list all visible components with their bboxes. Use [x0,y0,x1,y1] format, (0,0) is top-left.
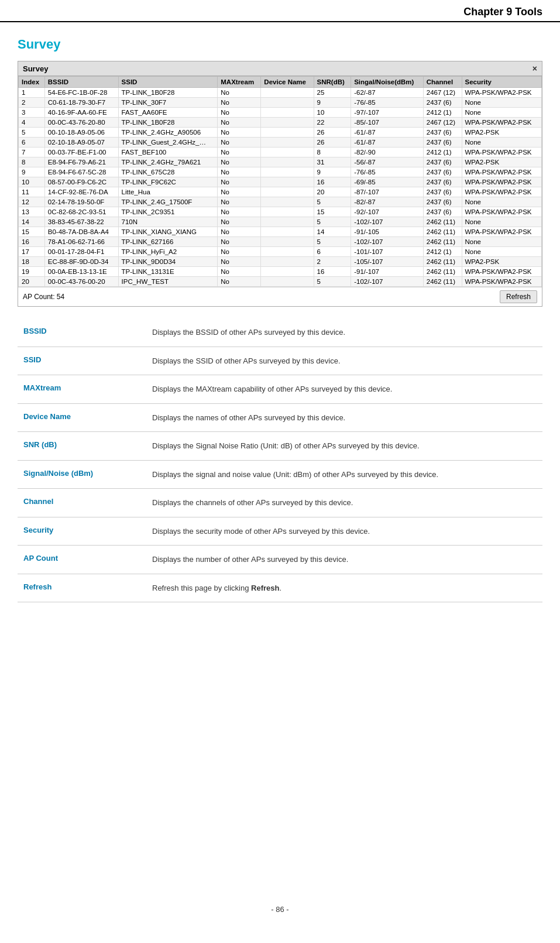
table-cell: No [218,177,261,187]
survey-box-label: Survey [23,64,48,73]
description-table: BSSIDDisplays the BSSID of other APs sur… [18,318,542,602]
table-cell: TP-LINK_XIANG_XIANG [118,227,218,237]
table-cell: 2437 (6) [423,157,462,167]
table-cell: TP-LINK_2.4GHz_79A621 [118,157,218,167]
table-row[interactable]: 15B0-48-7A-DB-8A-A4TP-LINK_XIANG_XIANGNo… [19,227,542,237]
table-cell: E8-94-F6-67-5C-28 [44,167,118,177]
table-cell: 16 [19,237,45,247]
table-row[interactable]: 1202-14-78-19-50-0FTP-LINK_2.4G_17500FNo… [19,197,542,207]
table-cell: WPA-PSK/WPA2-PSK [462,88,541,98]
table-row[interactable]: 700-03-7F-BE-F1-00FAST_BEF100No8-82/-902… [19,148,542,157]
table-cell: 78-A1-06-62-71-66 [44,237,118,247]
table-row[interactable]: 8E8-94-F6-79-A6-21TP-LINK_2.4GHz_79A621N… [19,157,542,167]
table-row[interactable]: 1678-A1-06-62-71-66TP-LINK_627166No5-102… [19,237,542,247]
table-cell: 16 [314,177,351,187]
close-icon[interactable]: × [532,64,537,73]
table-cell: 00-01-17-28-04-F1 [44,247,118,257]
table-cell: 2412 (1) [423,108,462,118]
table-cell: 10 [314,108,351,118]
description-row: AP CountDisplays the number of other APs… [18,546,542,574]
description-definition: Displays the BSSID of other APs surveyed… [146,318,542,347]
table-cell: WPA-PSK/WPA2-PSK [462,118,541,128]
table-row[interactable]: 130C-82-68-2C-93-51TP-LINK_2C9351No15-92… [19,207,542,217]
table-row[interactable]: 1438-83-45-67-38-22710NNo5-102/-1072462 … [19,217,542,227]
table-cell: -69/-85 [351,177,424,187]
table-column-header: Device Name [261,77,314,88]
table-row[interactable]: 340-16-9F-AA-60-FEFAST_AA60FENo10-97/-10… [19,108,542,118]
table-column-header: BSSID [44,77,118,88]
table-cell: FAST_AA60FE [118,108,218,118]
table-cell: WPA-PSK/WPA2-PSK [462,177,541,187]
description-term: Signal/Noise (dBm) [18,460,146,489]
table-cell: 10 [19,177,45,187]
table-row[interactable]: 400-0C-43-76-20-80TP-LINK_1B0F28No22-85/… [19,118,542,128]
ap-count-value: 54 [57,293,64,301]
table-cell: 5 [314,237,351,247]
table-cell: 00-03-7F-BE-F1-00 [44,148,118,157]
table-cell: TP-LINK_2.4GHz_A90506 [118,128,218,138]
table-cell [261,167,314,177]
table-row[interactable]: 154-E6-FC-1B-0F-28TP-LINK_1B0F28No25-62/… [19,88,542,98]
table-cell [261,277,314,287]
table-cell: TP-LINK_627166 [118,237,218,247]
table-cell: 22 [314,118,351,128]
refresh-button[interactable]: Refresh [500,290,537,303]
table-cell: 2437 (6) [423,207,462,217]
table-cell [261,177,314,187]
table-cell: TP-LINK_675C28 [118,167,218,177]
description-row: Device NameDisplays the names of other A… [18,403,542,432]
description-definition: Displays the SSID of other APs surveyed … [146,347,542,375]
table-cell: 13 [19,207,45,217]
table-cell: 2467 (12) [423,88,462,98]
table-cell: 2437 (6) [423,138,462,148]
table-cell: -82/-87 [351,197,424,207]
table-cell: 00-0A-EB-13-13-1E [44,267,118,277]
chapter-title: Chapter 9 Tools [463,6,542,18]
table-row[interactable]: 602-10-18-A9-05-07TP-LINK_Guest_2.4GHz_…… [19,138,542,148]
table-cell: 7 [19,148,45,157]
description-row: SSIDDisplays the SSID of other APs surve… [18,347,542,375]
survey-box-header: Survey × [18,61,542,76]
table-cell: 5 [314,277,351,287]
table-cell: C0-61-18-79-30-F7 [44,98,118,108]
table-row[interactable]: 1008-57-00-F9-C6-2CTP-LINK_F9C62CNo16-69… [19,177,542,187]
table-row[interactable]: 2C0-61-18-79-30-F7TP-LINK_30F7No9-76/-85… [19,98,542,108]
table-column-header: SNR(dB) [314,77,351,88]
table-column-header: Singal/Noise(dBm) [351,77,424,88]
table-cell: None [462,98,541,108]
ap-count-label: AP Count: [23,293,54,301]
description-row: SNR (dB)Displays the Signal Noise Ratio … [18,432,542,461]
table-cell: IPC_HW_TEST [118,277,218,287]
table-row[interactable]: 1900-0A-EB-13-13-1ETP-LINK_13131ENo16-91… [19,267,542,277]
description-term: MAXtream [18,375,146,404]
table-cell: -91/-107 [351,267,424,277]
table-cell: 2462 (11) [423,257,462,267]
table-row[interactable]: 500-10-18-A9-05-06TP-LINK_2.4GHz_A90506N… [19,128,542,138]
table-cell: None [462,138,541,148]
table-cell: 14 [314,227,351,237]
table-cell: 6 [314,247,351,257]
table-row[interactable]: 1114-CF-92-8E-76-DALitte_HuaNo20-87/-107… [19,187,542,197]
table-row[interactable]: 2000-0C-43-76-00-20IPC_HW_TESTNo5-102/-1… [19,277,542,287]
survey-box: Survey × IndexBSSIDSSIDMAXtreamDevice Na… [18,61,542,307]
table-header-row: IndexBSSIDSSIDMAXtreamDevice NameSNR(dB)… [19,77,542,88]
table-column-header: MAXtream [218,77,261,88]
table-cell: -105/-107 [351,257,424,267]
table-cell: TP-LINK_9D0D34 [118,257,218,267]
table-row[interactable]: 1700-01-17-28-04-F1TP-LINK_HyFi_A2No6-10… [19,247,542,257]
table-cell: 00-0C-43-76-20-80 [44,118,118,128]
table-cell [261,128,314,138]
page-header: Chapter 9 Tools [0,0,560,22]
table-row[interactable]: 18EC-88-8F-9D-0D-34TP-LINK_9D0D34No2-105… [19,257,542,267]
table-cell: 14 [19,217,45,227]
table-cell: -76/-85 [351,98,424,108]
description-term: Security [18,517,146,546]
table-cell: 16 [314,267,351,277]
table-cell: EC-88-8F-9D-0D-34 [44,257,118,267]
table-cell: -91/-105 [351,227,424,237]
table-cell: 9 [19,167,45,177]
table-cell: Litte_Hua [118,187,218,197]
table-row[interactable]: 9E8-94-F6-67-5C-28TP-LINK_675C28No9-76/-… [19,167,542,177]
description-term: BSSID [18,318,146,347]
description-definition: Displays the number of other APs surveye… [146,546,542,574]
